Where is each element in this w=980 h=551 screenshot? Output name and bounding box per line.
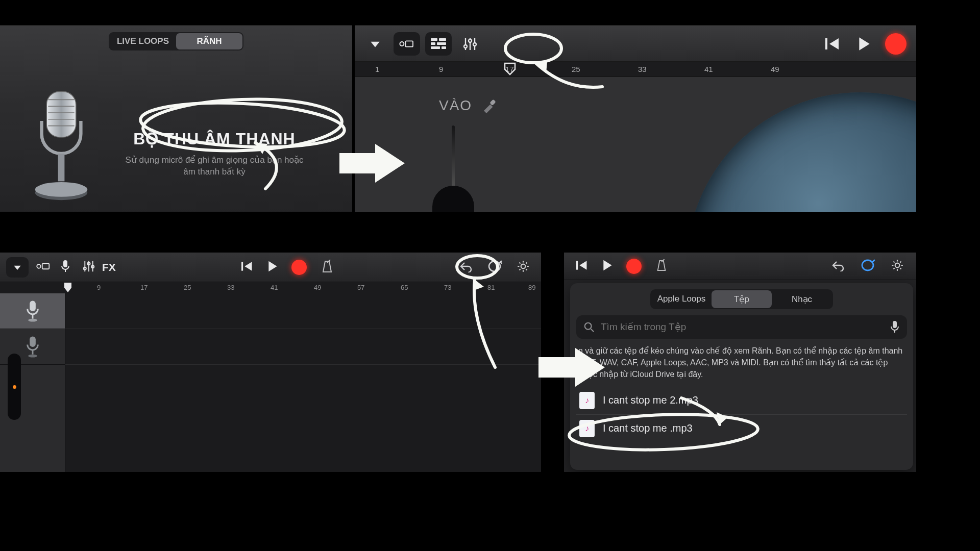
undo-button[interactable]	[454, 260, 478, 274]
timeline-ruler[interactable]: 1 9 17 25 33 41 49	[355, 62, 916, 77]
settings-button[interactable]	[511, 260, 535, 275]
tab-live-loops[interactable]: LIVE LOOPS	[110, 33, 176, 49]
track-lanes[interactable]	[65, 293, 541, 472]
svg-point-44	[28, 354, 37, 357]
loop-browser-button[interactable]	[855, 259, 880, 274]
view-sections-button[interactable]	[425, 32, 452, 56]
svg-rect-45	[576, 261, 578, 269]
ruler-tick: 73	[444, 284, 451, 291]
ruler-tick: 41	[271, 284, 278, 291]
ruler-tick: 81	[487, 284, 495, 291]
playhead-icon[interactable]	[504, 62, 516, 76]
svg-rect-51	[893, 321, 897, 328]
svg-rect-52	[894, 330, 895, 333]
input-gain-slider[interactable]	[452, 126, 455, 212]
svg-point-37	[489, 261, 500, 271]
source-segment: Apple Loops Tệp Nhạc	[650, 289, 833, 309]
svg-rect-35	[241, 262, 243, 270]
svg-rect-39	[30, 300, 36, 311]
timeline-ruler[interactable]: 9 17 25 33 41 49 57 65 73 81 89	[0, 282, 541, 293]
record-button[interactable]	[883, 32, 909, 56]
svg-point-22	[473, 43, 476, 46]
view-tracks-button[interactable]	[394, 32, 420, 56]
svg-point-25	[37, 264, 41, 268]
svg-point-8	[35, 182, 87, 197]
ruler-tick: 1	[375, 65, 379, 73]
svg-point-20	[469, 39, 472, 42]
mixer-sliders-button[interactable]	[457, 32, 483, 56]
svg-rect-40	[32, 314, 33, 318]
rewind-button[interactable]	[571, 260, 593, 273]
microphone-icon[interactable]	[57, 260, 74, 275]
svg-point-49	[585, 323, 592, 330]
ruler-tick: 33	[638, 65, 647, 73]
tab-music[interactable]: Nhạc	[772, 290, 832, 308]
metronome-button[interactable]	[651, 259, 672, 273]
svg-rect-11	[431, 38, 437, 41]
audio-file-icon: ♪	[579, 420, 595, 437]
menu-dropdown-button[interactable]	[362, 32, 388, 56]
loop-browser-button[interactable]	[482, 260, 507, 275]
ruler-tick: 49	[771, 65, 779, 73]
rewind-button[interactable]	[235, 261, 259, 274]
track-lane[interactable]	[65, 293, 541, 329]
microphone-icon	[25, 336, 40, 358]
browser-hint-text: n và giữ các tệp để kéo chúng vào chế độ…	[576, 345, 907, 381]
tracks-view-panel: FX 9 17 25	[0, 253, 541, 472]
recorder-title: BỘ THU ÂM THANH	[120, 129, 309, 148]
svg-rect-10	[406, 41, 413, 46]
ruler-tick: 25	[184, 284, 191, 291]
fx-button[interactable]: FX	[98, 261, 120, 273]
recorder-description: Sử dụng micrô để ghi âm giọng của bạn ho…	[120, 155, 309, 178]
playhead-icon[interactable]	[64, 282, 72, 293]
view-tracks-icon[interactable]	[33, 261, 54, 273]
toolbar	[564, 253, 916, 280]
transport-controls	[235, 260, 312, 275]
jog-wheel[interactable]	[687, 92, 916, 212]
record-button[interactable]	[286, 260, 312, 275]
tab-tracks[interactable]: RÃNH	[176, 33, 242, 49]
record-button[interactable]	[622, 259, 646, 274]
view-mode-segment: LIVE LOOPS RÃNH	[109, 32, 243, 51]
svg-rect-12	[439, 38, 446, 41]
svg-rect-14	[437, 42, 446, 45]
play-button[interactable]	[598, 259, 617, 273]
search-icon	[583, 321, 595, 333]
metronome-button[interactable]	[316, 260, 338, 275]
tab-apple-loops[interactable]: Apple Loops	[651, 290, 712, 308]
play-button[interactable]	[262, 260, 283, 274]
track-header[interactable]	[0, 293, 65, 329]
instrument-picker-panel: LIVE LOOPS RÃNH	[0, 26, 352, 212]
svg-point-18	[464, 45, 467, 48]
tab-files[interactable]: Tệp	[712, 290, 772, 308]
microphone-illustration	[20, 87, 102, 220]
ruler-tick: 89	[528, 284, 535, 291]
svg-rect-6	[58, 154, 65, 181]
rewind-button[interactable]	[819, 32, 846, 56]
svg-rect-13	[431, 42, 435, 45]
search-input[interactable]	[601, 321, 884, 333]
microphone-icon	[25, 300, 40, 322]
svg-rect-28	[65, 269, 66, 272]
loop-file-browser: Apple Loops Tệp Nhạc n và giữ các tệp để…	[570, 283, 913, 470]
track-lane[interactable]	[65, 329, 541, 365]
menu-dropdown-button[interactable]	[6, 257, 29, 278]
svg-rect-0	[46, 91, 76, 137]
search-field[interactable]	[576, 315, 907, 339]
toolbar: FX	[0, 253, 541, 282]
svg-rect-24	[489, 99, 496, 106]
side-handle[interactable]	[8, 354, 21, 420]
settings-button[interactable]	[886, 259, 909, 274]
ruler-tick: 57	[357, 284, 364, 291]
svg-rect-16	[442, 46, 446, 49]
file-name: I cant stop me 2.mp3	[603, 394, 698, 406]
ruler-tick: 17	[140, 284, 148, 291]
file-row[interactable]: ♪ I cant stop me .mp3	[576, 414, 907, 442]
file-row[interactable]: ♪ I cant stop me 2.mp3	[576, 387, 907, 414]
mixer-sliders-icon[interactable]	[83, 260, 95, 275]
play-button[interactable]	[851, 32, 877, 56]
undo-button[interactable]	[826, 259, 850, 273]
dictation-mic-icon[interactable]	[890, 320, 900, 334]
svg-rect-27	[63, 260, 67, 267]
file-browser-panel: Apple Loops Tệp Nhạc n và giữ các tệp để…	[564, 253, 916, 472]
